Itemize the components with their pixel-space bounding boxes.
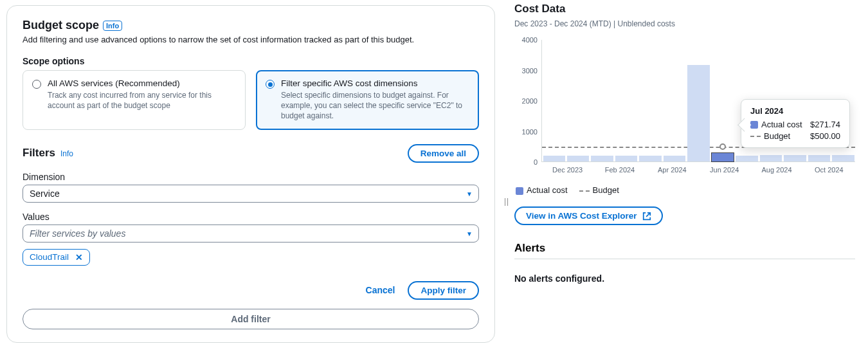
- filters-info-link[interactable]: Info: [60, 149, 73, 158]
- cost-bar[interactable]: [712, 153, 734, 161]
- budget-swatch-icon: [579, 190, 590, 192]
- scope-option-filter-dimensions[interactable]: Filter specific AWS cost dimensions Sele…: [256, 70, 479, 130]
- legend-budget-label: Budget: [593, 185, 619, 195]
- x-tick-label: Feb 2024: [593, 166, 646, 174]
- scope-option-desc: Track any cost incurred from any service…: [48, 90, 236, 111]
- chart-tooltip: Jul 2024 Actual cost $271.74 Budget $500…: [741, 99, 850, 148]
- y-tick-label: 3000: [522, 67, 538, 75]
- add-filter-button[interactable]: Add filter: [23, 309, 479, 329]
- view-in-cost-explorer-button[interactable]: View in AWS Cost Explorer: [514, 206, 663, 225]
- tooltip-actual-value: $271.74: [810, 120, 840, 129]
- cost-bar[interactable]: [567, 156, 589, 161]
- info-badge[interactable]: Info: [103, 21, 122, 31]
- scope-option-title: All AWS services (Recommended): [48, 78, 236, 88]
- tooltip-budget-label: Budget: [764, 131, 790, 141]
- scope-options-label: Scope options: [23, 56, 479, 66]
- dimension-select-value: Service: [23, 185, 479, 203]
- caret-down-icon: ▼: [466, 190, 473, 197]
- tooltip-month: Jul 2024: [750, 106, 840, 116]
- actual-cost-swatch-icon: [750, 121, 758, 129]
- budget-scope-subtitle: Add filtering and use advanced options t…: [23, 35, 479, 44]
- scope-option-title: Filter specific AWS cost dimensions: [281, 78, 469, 88]
- cost-bar[interactable]: [664, 156, 685, 162]
- scope-option-desc: Select specific dimensions to budget aga…: [281, 90, 469, 122]
- cost-data-subtitle: Dec 2023 - Dec 2024 (MTD) | Unblended co…: [514, 19, 855, 28]
- cost-bar[interactable]: [736, 156, 757, 162]
- actual-cost-swatch-icon: [516, 187, 523, 195]
- cost-data-title: Cost Data: [514, 3, 855, 15]
- legend-actual-label: Actual cost: [527, 185, 568, 195]
- tooltip-budget-value: $500.00: [810, 131, 840, 141]
- y-tick-label: 0: [534, 158, 538, 166]
- radio-icon: [32, 80, 41, 89]
- cost-bar[interactable]: [687, 65, 709, 161]
- x-tick-label: Dec 2023: [541, 166, 593, 174]
- cost-bar[interactable]: [615, 156, 637, 161]
- radio-icon: [266, 80, 275, 89]
- x-tick-label: Apr 2024: [646, 166, 698, 174]
- cost-bar[interactable]: [760, 155, 782, 161]
- view-btn-label: View in AWS Cost Explorer: [526, 211, 637, 221]
- remove-all-button[interactable]: Remove all: [408, 144, 479, 163]
- alerts-empty-text: No alerts configured.: [514, 273, 855, 284]
- values-label: Values: [23, 212, 479, 222]
- filters-title: Filters: [23, 147, 55, 160]
- budget-scope-title: Budget scope: [23, 19, 99, 32]
- chart-legend: Actual cost Budget: [516, 185, 855, 195]
- values-select-placeholder: Filter services by values: [23, 224, 479, 243]
- cost-bar[interactable]: [808, 155, 830, 161]
- budget-scope-panel: Budget scope Info Add filtering and use …: [6, 5, 495, 343]
- external-link-icon: [642, 212, 651, 221]
- y-tick-label: 2000: [522, 97, 538, 105]
- selected-value-tag: CloudTrail ✕: [23, 249, 90, 266]
- scope-option-all-services[interactable]: All AWS services (Recommended) Track any…: [23, 70, 246, 130]
- x-tick-label: Aug 2024: [750, 166, 802, 174]
- tooltip-actual-label: Actual cost: [761, 120, 802, 129]
- tag-label: CloudTrail: [30, 252, 69, 262]
- x-tick-label: Oct 2024: [803, 166, 855, 174]
- alerts-title: Alerts: [514, 242, 855, 259]
- y-tick-label: 4000: [522, 36, 538, 44]
- x-tick-label: Jun 2024: [698, 166, 750, 174]
- budget-swatch-icon: [750, 136, 761, 137]
- values-select[interactable]: Filter services by values ▼: [23, 224, 479, 243]
- dimension-label: Dimension: [23, 172, 479, 182]
- dimension-select[interactable]: Service ▼: [23, 185, 479, 203]
- remove-tag-icon[interactable]: ✕: [75, 252, 83, 262]
- cost-bar[interactable]: [832, 155, 854, 161]
- apply-filter-button[interactable]: Apply filter: [408, 281, 479, 300]
- y-tick-label: 1000: [522, 128, 538, 136]
- cost-chart: 01000200030004000 Dec 2023Feb 2024Apr 20…: [514, 40, 855, 174]
- cancel-button[interactable]: Cancel: [366, 285, 395, 295]
- cost-bar[interactable]: [784, 155, 806, 161]
- cost-bar[interactable]: [639, 156, 661, 162]
- caret-down-icon: ▼: [466, 230, 473, 237]
- cost-bar[interactable]: [543, 156, 565, 161]
- cost-bar[interactable]: [591, 156, 613, 161]
